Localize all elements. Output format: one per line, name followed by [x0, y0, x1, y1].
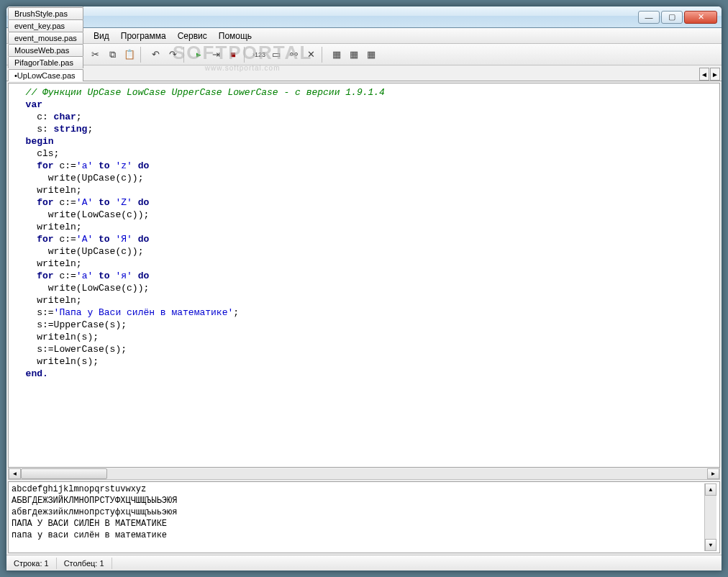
tool2-icon[interactable]: ▦: [346, 47, 362, 63]
cut-icon[interactable]: ✂: [87, 47, 103, 63]
toolbar-separator: [244, 47, 248, 63]
menu-item[interactable]: Помощь: [213, 29, 258, 42]
paste-icon[interactable]: 📋: [122, 47, 137, 63]
file-tab[interactable]: PifagorTable.pas: [8, 56, 83, 68]
file-tab[interactable]: MouseWeb.pas: [8, 44, 83, 56]
file-tab[interactable]: BrushStyle.pas: [8, 7, 83, 19]
toolbar: 🗋 📂 💾 ⬚ ✂ ⧉ 📋 ↶ ↷ ▸ ⇥ ■ ›123 ▭ ⚯ ✕ ▦ ▦ ▦: [6, 44, 722, 65]
toolbar-separator: [322, 47, 326, 63]
tool3-icon[interactable]: ▦: [363, 47, 379, 63]
menubar: ФайлПравкаВидПрограммаСервисПомощь: [6, 28, 722, 44]
code-editor[interactable]: // Функции UpCase LowCase UpperCase Lowe…: [8, 83, 720, 468]
tool1-icon[interactable]: ▦: [329, 47, 345, 63]
output-content[interactable]: abcdefghijklmnopqrstuvwxyz АБВГДЕЖЗИЙКЛМ…: [12, 483, 704, 551]
scroll-right-icon[interactable]: ►: [707, 468, 719, 479]
window-title: Pascal ABC: [29, 12, 638, 22]
file-tab[interactable]: event_key.pas: [8, 19, 83, 32]
file-tab[interactable]: event_mouse.pas: [8, 32, 83, 44]
copy-icon[interactable]: ⧉: [104, 47, 120, 63]
step-icon[interactable]: ⇥: [208, 47, 224, 63]
scroll-down-icon[interactable]: ▼: [705, 539, 716, 551]
app-window: ABC Pascal ABC — ▢ ✕ ФайлПравкаВидПрогра…: [6, 6, 722, 571]
menu-item[interactable]: Сервис: [172, 29, 213, 42]
close-button[interactable]: ✕: [684, 11, 717, 24]
output-vscroll[interactable]: ▲ ▼: [704, 483, 716, 551]
stop-icon[interactable]: ■: [225, 47, 241, 63]
tabs-scroll-left[interactable]: ◄: [699, 68, 709, 81]
window-icon[interactable]: ▭: [268, 47, 284, 63]
status-line: Строка: 1: [6, 558, 57, 569]
scroll-thumb[interactable]: [21, 468, 107, 479]
editor-hscroll[interactable]: ◄ ►: [8, 468, 720, 480]
maximize-button[interactable]: ▢: [661, 11, 683, 24]
minimize-button[interactable]: —: [638, 11, 660, 24]
goto-icon[interactable]: ›123: [251, 47, 267, 63]
status-column: Столбец: 1: [57, 558, 112, 569]
undo-icon[interactable]: ↶: [147, 47, 163, 63]
link-icon[interactable]: ⚯: [286, 47, 301, 63]
statusbar: Строка: 1 Столбец: 1: [6, 555, 722, 571]
scroll-track[interactable]: [21, 468, 707, 479]
run-icon[interactable]: ▸: [191, 47, 206, 63]
file-tab[interactable]: •UpLowCase.pas: [8, 69, 83, 81]
delete-icon[interactable]: ✕: [303, 47, 319, 63]
menu-item[interactable]: Вид: [88, 29, 115, 42]
scroll-track[interactable]: [705, 496, 716, 539]
editor-area: // Функции UpCase LowCase UpperCase Lowe…: [6, 81, 722, 481]
toolbar-separator: [183, 47, 188, 63]
scroll-left-icon[interactable]: ◄: [9, 468, 21, 479]
tabs-scroll-right[interactable]: ►: [710, 68, 720, 81]
titlebar[interactable]: ABC Pascal ABC — ▢ ✕: [6, 6, 722, 28]
toolbar-separator: [140, 47, 145, 63]
menu-item[interactable]: Программа: [115, 29, 172, 42]
output-panel: abcdefghijklmnopqrstuvwxyz АБВГДЕЖЗИЙКЛМ…: [8, 481, 720, 553]
tabs-row: InflateRect.paspolygon.pasromashka.pasme…: [6, 65, 722, 81]
redo-icon[interactable]: ↷: [165, 47, 181, 63]
scroll-up-icon[interactable]: ▲: [705, 483, 716, 496]
